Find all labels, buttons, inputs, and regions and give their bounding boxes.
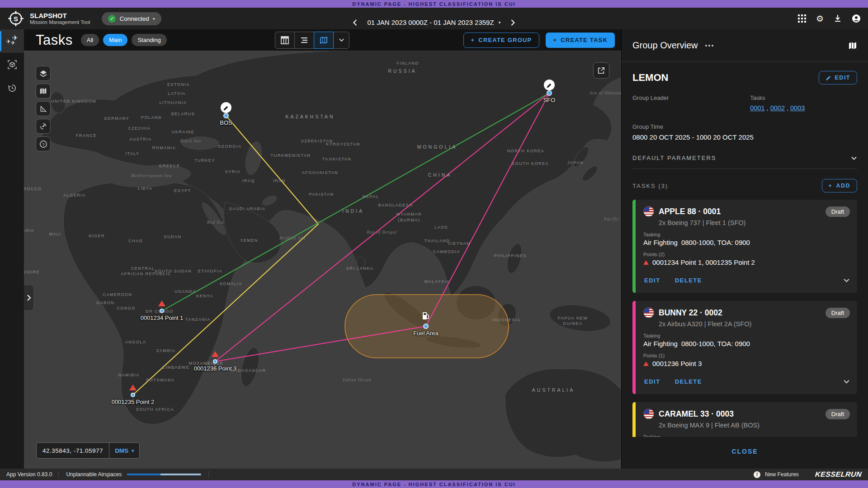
points-text: 0001236 Point 3 xyxy=(652,360,702,367)
open-fullscreen-map-button[interactable] xyxy=(593,62,609,79)
coordinate-format-dropdown[interactable]: DMS ▾ xyxy=(109,443,139,458)
waypoint-dot[interactable] xyxy=(213,359,217,364)
tasking-label: Tasking xyxy=(643,232,850,237)
radar-button[interactable] xyxy=(36,119,51,134)
tasking-value: Air Fighting 0800-1000, TOA: 0900 xyxy=(643,340,850,347)
waypoint-dot[interactable] xyxy=(547,90,552,96)
tasking-time: 0800-1000, TOA: 0900 xyxy=(681,239,750,246)
map-controls: ? xyxy=(36,66,51,151)
delete-task-button[interactable]: DELETE xyxy=(674,376,703,387)
basemap-button[interactable] xyxy=(36,84,51,99)
panel-header: Group Overview xyxy=(622,29,868,62)
new-features-link[interactable]: New Features xyxy=(765,471,799,478)
plus-icon: + xyxy=(829,183,833,189)
rail-item-history[interactable] xyxy=(0,76,24,100)
waypoint-dot[interactable] xyxy=(423,324,429,329)
header-actions: ⚙ xyxy=(798,14,861,24)
default-parameters-toggle[interactable]: DEFAULT PARAMETERS xyxy=(632,155,857,169)
show-on-map-button[interactable] xyxy=(848,41,857,50)
chevron-down-icon xyxy=(851,155,857,161)
edit-marker-icon[interactable] xyxy=(543,79,555,91)
edit-task-button[interactable]: EDIT xyxy=(643,376,661,387)
panel-body: LEMON EDIT Group Leader Tasks xyxy=(622,62,868,437)
task-link-0002[interactable]: 0002 xyxy=(770,104,785,112)
map-canvas[interactable]: RUSSIAKAZAKHSTANMONGOLIACHINAINDIAAUSTRA… xyxy=(24,51,621,469)
points-label: Points (2) xyxy=(643,252,850,257)
new-features-icon: ! xyxy=(754,471,760,478)
view-options-chevron[interactable] xyxy=(333,32,349,49)
radar-icon xyxy=(39,122,47,130)
close-panel-button[interactable]: CLOSE xyxy=(731,448,758,455)
settings-gear-icon[interactable]: ⚙ xyxy=(816,14,824,24)
measure-button[interactable] xyxy=(36,101,51,116)
waypoint-dot[interactable] xyxy=(223,113,229,118)
app-subtitle: Mission Management Tool xyxy=(30,19,90,25)
group-title-row: LEMON EDIT xyxy=(632,71,857,84)
layers-button[interactable] xyxy=(36,66,51,81)
plus-icon: + xyxy=(553,37,557,43)
more-options-icon[interactable] xyxy=(703,43,715,48)
task-callsign: BUNNY 22 · 0002 xyxy=(659,308,722,318)
waypoint-label: BOS xyxy=(220,119,232,126)
download-icon[interactable] xyxy=(834,14,842,23)
points-label: Points (1) xyxy=(643,353,850,358)
create-task-button[interactable]: + CREATE TASK xyxy=(546,33,615,48)
create-group-label: CREATE GROUP xyxy=(478,37,532,43)
expand-task-chevron[interactable] xyxy=(843,378,850,385)
task-fleet: 2x Boeing 737 | Fleet 1 (SFO) xyxy=(659,219,850,226)
date-range-selector[interactable]: 01 JAN 2023 0000Z - 01 JAN 2023 2359Z ▾ xyxy=(367,19,500,26)
panel-title: Group Overview xyxy=(632,40,698,51)
coordinate-value: 42.35843, -71.05977 xyxy=(37,447,109,454)
expand-task-chevron[interactable] xyxy=(843,277,850,284)
add-task-label: ADD xyxy=(836,183,850,189)
edit-group-label: EDIT xyxy=(835,75,850,81)
filter-standing[interactable]: Standing xyxy=(132,34,166,46)
waypoint-dot[interactable] xyxy=(160,309,164,313)
task-card-caramel-33[interactable]: CARAMEL 33 · 0003 Draft 2x Boeing MAX 9 … xyxy=(632,402,857,437)
rail-item-assets[interactable] xyxy=(0,53,24,76)
previous-date-button[interactable] xyxy=(352,19,359,26)
group-meta: Group Leader Tasks 0001 , 0002 , 0003 Gr… xyxy=(632,94,857,141)
group-time-label: Group Time xyxy=(632,123,857,130)
filter-all[interactable]: All xyxy=(81,34,99,46)
tasking-type: Air Fighting xyxy=(643,340,678,347)
next-date-button[interactable] xyxy=(509,19,516,26)
task-card-bunny-22[interactable]: BUNNY 22 · 0002 Draft 2x Airbus A320 | F… xyxy=(632,301,857,394)
default-parameters-label: DEFAULT PARAMETERS xyxy=(632,155,717,161)
delete-task-button[interactable]: DELETE xyxy=(674,275,703,286)
task-fleet: 2x Boeing MAX 9 | Fleet AB (BOS) xyxy=(659,422,850,429)
expand-panel-tab[interactable] xyxy=(24,285,34,311)
page-title: Tasks xyxy=(36,32,73,48)
chevron-right-icon xyxy=(27,295,31,301)
edit-group-button[interactable]: EDIT xyxy=(819,71,857,84)
task-link-0003[interactable]: 0003 xyxy=(790,104,805,112)
map-view-button[interactable] xyxy=(314,32,334,49)
connection-status-dropdown[interactable]: ✓ Connected ▾ xyxy=(102,12,161,25)
unplannable-airspaces: Unplannable Airspaces xyxy=(59,471,208,478)
chevron-down-icon xyxy=(339,37,344,43)
add-task-button[interactable]: + ADD xyxy=(822,179,857,192)
task-card-apple-88[interactable]: APPLE 88 · 0001 Draft 2x Boeing 737 | Fl… xyxy=(632,200,857,293)
task-link-0001[interactable]: 0001 xyxy=(750,104,764,112)
group-tasks-block: Tasks 0001 , 0002 , 0003 xyxy=(750,94,857,112)
create-group-button[interactable]: + CREATE GROUP xyxy=(463,33,540,48)
points-text: 0001234 Point 1, 0001235 Point 2 xyxy=(652,258,755,266)
tasks-label: Tasks xyxy=(750,94,857,101)
workspace: ✈✈✈ Tasks All xyxy=(0,29,868,469)
group-overview-panel: Group Overview LEMON xyxy=(621,29,868,469)
apps-grid-icon[interactable] xyxy=(798,14,806,23)
help-button[interactable]: ? xyxy=(36,136,51,151)
filter-main[interactable]: Main xyxy=(103,34,127,46)
table-view-button[interactable] xyxy=(275,32,295,49)
waypoint-dot[interactable] xyxy=(131,393,135,397)
task-color-stripe xyxy=(632,301,636,394)
list-view-button[interactable] xyxy=(294,32,314,49)
rail-item-tasks[interactable]: ✈✈✈ xyxy=(0,29,24,53)
svg-text:S: S xyxy=(14,15,18,23)
edit-marker-icon[interactable] xyxy=(220,102,232,113)
task-card-actions: EDIT DELETE xyxy=(643,374,850,389)
account-icon[interactable] xyxy=(852,14,861,23)
date-navigator: 01 JAN 2023 0000Z - 01 JAN 2023 2359Z ▾ xyxy=(352,19,516,26)
edit-task-button[interactable]: EDIT xyxy=(643,275,661,286)
date-range-text: 01 JAN 2023 0000Z - 01 JAN 2023 2359Z xyxy=(367,19,494,26)
